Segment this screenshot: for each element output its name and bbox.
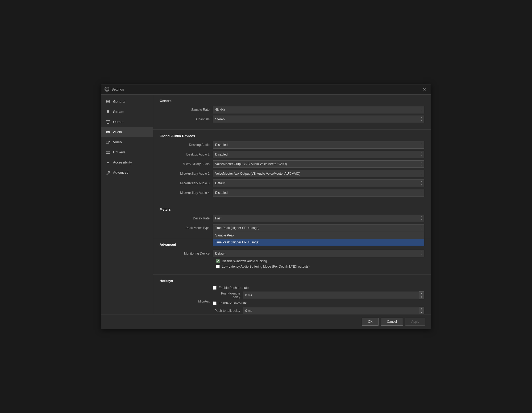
mic-aux-control: VoiceMeeter Output (VB-Audio VoiceMeeter…	[213, 160, 424, 168]
close-button[interactable]: ✕	[421, 86, 427, 92]
sidebar-item-audio[interactable]: Audio	[101, 127, 153, 137]
push-to-mute-delay-spinbox: ▲ ▼	[243, 291, 424, 299]
desktop-audio2-row: Desktop Audio 2 Disabled	[160, 151, 424, 158]
settings-window: Settings ✕ General	[101, 84, 431, 329]
decay-rate-row: Decay Rate Fast Medium Slow	[160, 215, 424, 222]
sample-rate-select[interactable]: 48 kHz 44.1 kHz	[213, 106, 424, 113]
desktop-audio-select[interactable]: Disabled	[213, 141, 424, 149]
sample-rate-select-wrapper: 48 kHz 44.1 kHz	[213, 106, 424, 113]
monitoring-device-row: Monitoring Device Default	[160, 250, 424, 257]
push-to-mute-delay-down[interactable]: ▼	[419, 295, 424, 299]
svg-point-3	[107, 131, 109, 133]
sidebar-item-general[interactable]: General	[101, 97, 153, 107]
push-to-talk-delay-up[interactable]: ▲	[419, 307, 424, 311]
push-to-mute-row: Enable Push-to-mute	[213, 286, 424, 290]
mic-aux2-label: Mic/Auxiliary Audio 2	[160, 172, 213, 175]
push-to-talk-delay-down[interactable]: ▼	[419, 311, 424, 314]
channels-select[interactable]: Stereo Mono	[213, 116, 424, 123]
desktop-audio-row: Desktop Audio Disabled	[160, 141, 424, 149]
peak-meter-wrapper: True Peak (Higher CPU usage) Sample Peak	[213, 224, 424, 232]
app-icon	[105, 87, 109, 92]
mic-aux-select[interactable]: VoiceMeeter Output (VB-Audio VoiceMeeter…	[213, 160, 424, 168]
disable-ducking-row: Disable Windows audio ducking	[160, 259, 424, 263]
peak-meter-dropdown: Sample Peak True Peak (Higher CPU usage)	[213, 232, 424, 246]
sample-rate-label: Sample Rate	[160, 108, 213, 112]
push-to-talk-delay-buttons: ▲ ▼	[419, 307, 424, 314]
svg-rect-2	[106, 120, 110, 123]
mic-aux2-row: Mic/Auxiliary Audio 2 VoiceMeeter Aux Ou…	[160, 170, 424, 177]
peak-meter-select[interactable]: True Peak (Higher CPU usage) Sample Peak	[213, 224, 424, 232]
wifi-icon	[106, 109, 110, 114]
mic-aux4-select[interactable]: Disabled	[213, 189, 424, 197]
push-to-mute-delay-up[interactable]: ▲	[419, 292, 424, 295]
decay-rate-control: Fast Medium Slow	[213, 215, 424, 222]
desktop-audio-wrapper: Disabled	[213, 141, 424, 149]
sidebar-label-stream: Stream	[113, 110, 124, 114]
push-to-talk-label: Enable Push-to-talk	[219, 301, 247, 305]
keyboard-icon	[106, 150, 110, 155]
mic-aux4-control: Disabled	[213, 189, 424, 197]
push-to-mute-checkbox[interactable]	[213, 286, 217, 290]
ok-button[interactable]: OK	[362, 318, 379, 326]
push-to-mute-delay-row: Push-to-mute delay ▲ ▼	[213, 291, 424, 299]
mic-aux2-wrapper: VoiceMeeter Aux Output (VB-Audio VoiceMe…	[213, 170, 424, 177]
sidebar-item-video[interactable]: Video	[101, 137, 153, 147]
sample-peak-option[interactable]: Sample Peak	[213, 232, 424, 239]
sidebar-label-advanced: Advanced	[113, 170, 128, 174]
true-peak-option[interactable]: True Peak (Higher CPU usage)	[213, 239, 424, 246]
titlebar: Settings ✕	[101, 84, 431, 95]
push-to-mute-delay-input[interactable]	[243, 292, 419, 299]
hotkeys-section: Hotkeys Mic/Aux Enable Push-to-mute Push…	[153, 275, 431, 314]
global-audio-section: Global Audio Devices Desktop Audio Disab…	[153, 130, 431, 203]
desktop-audio2-wrapper: Disabled	[213, 151, 424, 158]
sidebar-item-accessibility[interactable]: Accessibility	[101, 157, 153, 167]
disable-ducking-checkbox[interactable]	[216, 259, 220, 263]
sidebar-label-accessibility: Accessibility	[113, 160, 132, 164]
apply-button[interactable]: Apply	[405, 318, 425, 326]
sample-rate-row: Sample Rate 48 kHz 44.1 kHz	[160, 106, 424, 113]
desktop-audio-label: Desktop Audio	[160, 143, 213, 147]
mic-aux2-select[interactable]: VoiceMeeter Aux Output (VB-Audio VoiceMe…	[213, 170, 424, 177]
mic-aux-wrapper: VoiceMeeter Output (VB-Audio VoiceMeeter…	[213, 160, 424, 168]
svg-point-6	[108, 161, 109, 161]
desktop-audio2-select[interactable]: Disabled	[213, 151, 424, 158]
general-section-title: General	[160, 99, 424, 103]
mic-aux3-row: Mic/Auxiliary Audio 3 Default	[160, 179, 424, 187]
accessibility-icon	[106, 160, 110, 165]
content-area: General Sample Rate 48 kHz 44.1 kHz Chan…	[153, 95, 431, 314]
sidebar-item-hotkeys[interactable]: Hotkeys	[101, 147, 153, 157]
sidebar-label-output: Output	[113, 120, 123, 124]
mic-aux-row: Mic/Auxiliary Audio VoiceMeeter Output (…	[160, 160, 424, 168]
mic-aux4-row: Mic/Auxiliary Audio 4 Disabled	[160, 189, 424, 197]
monitoring-device-control: Default	[213, 250, 424, 257]
svg-rect-4	[106, 141, 109, 143]
sidebar-item-advanced[interactable]: Advanced	[101, 167, 153, 178]
monitoring-device-select[interactable]: Default	[213, 250, 424, 257]
mic-aux3-wrapper: Default	[213, 179, 424, 187]
low-latency-row: Low Latency Audio Buffering Mode (For De…	[160, 265, 424, 268]
footer: OK Cancel Apply	[101, 314, 431, 329]
push-to-mute-delay-buttons: ▲ ▼	[419, 291, 424, 299]
desktop-audio2-control: Disabled	[213, 151, 424, 158]
mic-aux4-label: Mic/Auxiliary Audio 4	[160, 191, 213, 195]
low-latency-label: Low Latency Audio Buffering Mode (For De…	[222, 265, 310, 268]
low-latency-checkbox[interactable]	[216, 265, 220, 268]
mic-aux2-control: VoiceMeeter Aux Output (VB-Audio VoiceMe…	[213, 170, 424, 177]
hotkeys-mic-aux-control: Enable Push-to-mute Push-to-mute delay ▲…	[213, 286, 424, 314]
mic-aux3-label: Mic/Auxiliary Audio 3	[160, 181, 213, 185]
channels-control: Stereo Mono	[213, 116, 424, 123]
mic-aux-label: Mic/Auxiliary Audio	[160, 162, 213, 166]
cancel-button[interactable]: Cancel	[381, 318, 403, 326]
global-audio-title: Global Audio Devices	[160, 134, 424, 138]
push-to-mute-label: Enable Push-to-mute	[219, 286, 249, 290]
sidebar-item-output[interactable]: Output	[101, 117, 153, 127]
sidebar-label-hotkeys: Hotkeys	[113, 150, 126, 154]
push-to-talk-delay-input[interactable]	[243, 307, 419, 314]
decay-rate-select[interactable]: Fast Medium Slow	[213, 215, 424, 222]
gear-icon	[106, 99, 110, 104]
mic-aux3-select[interactable]: Default	[213, 179, 424, 187]
sidebar-item-stream[interactable]: Stream	[101, 107, 153, 117]
monitoring-device-wrapper: Default	[213, 250, 424, 257]
push-to-talk-delay-row: Push-to-talk delay ▲ ▼	[213, 307, 424, 314]
push-to-talk-checkbox[interactable]	[213, 301, 217, 305]
